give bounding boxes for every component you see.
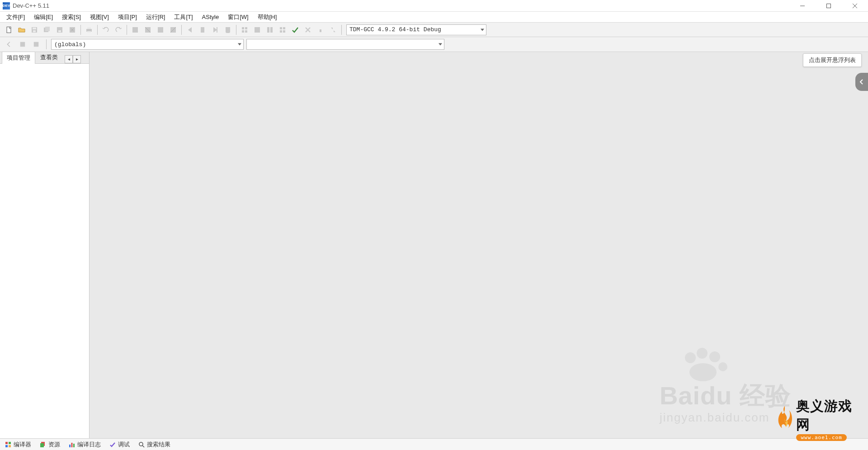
- bookmark-clear-button[interactable]: [222, 24, 234, 36]
- menu-help[interactable]: 帮助[H]: [253, 12, 282, 23]
- rebuild-button[interactable]: [277, 24, 288, 36]
- svg-rect-8: [58, 30, 61, 32]
- menu-tools[interactable]: 工具[T]: [170, 12, 197, 23]
- tab-project-manager[interactable]: 项目管理: [2, 52, 35, 64]
- window-controls: [789, 0, 868, 12]
- editor-area[interactable]: [90, 52, 868, 438]
- check-icon: [109, 441, 116, 448]
- svg-rect-42: [40, 443, 44, 447]
- menu-astyle[interactable]: AStyle: [198, 12, 224, 22]
- status-tab-compiler[interactable]: 编译器: [3, 440, 33, 450]
- site-logo-en: www.aoe1.com: [796, 434, 846, 441]
- svg-rect-38: [9, 442, 11, 444]
- bookmark-prev-button[interactable]: [184, 24, 196, 36]
- members-combo[interactable]: [246, 39, 444, 50]
- bookmark-toggle-button[interactable]: [197, 24, 208, 36]
- toolbar-separator: [80, 25, 81, 35]
- copy-icon: [39, 441, 46, 448]
- nav-new-button[interactable]: [17, 39, 28, 50]
- tab-scroll-left-button[interactable]: ◂: [65, 55, 73, 63]
- menu-project[interactable]: 项目[P]: [113, 12, 142, 23]
- svg-rect-17: [201, 27, 204, 33]
- minimize-button[interactable]: [789, 0, 816, 12]
- bookmark-next-button[interactable]: [209, 24, 221, 36]
- menu-view[interactable]: 视图[V]: [85, 12, 113, 23]
- toolbar-separator: [236, 25, 236, 35]
- debug-button[interactable]: [289, 24, 301, 36]
- status-tab-build-log[interactable]: 编译日志: [66, 440, 103, 450]
- print-button[interactable]: [83, 24, 95, 36]
- menu-run[interactable]: 运行[R]: [142, 12, 170, 23]
- status-tab-resources[interactable]: 资源: [38, 440, 62, 450]
- svg-rect-28: [280, 30, 282, 33]
- svg-rect-26: [280, 27, 282, 29]
- menu-search[interactable]: 搜索[S]: [57, 12, 85, 23]
- svg-rect-6: [45, 27, 50, 31]
- save-all-button[interactable]: [41, 24, 53, 36]
- svg-point-46: [139, 442, 143, 446]
- site-logo: 奥义游戏网 www.aoe1.com: [776, 401, 865, 436]
- svg-rect-30: [20, 42, 25, 47]
- svg-rect-37: [5, 442, 8, 444]
- status-tab-search-results[interactable]: 搜索结果: [136, 440, 172, 450]
- toolbar-separator: [46, 39, 47, 49]
- svg-rect-29: [283, 30, 285, 33]
- menubar: 文件[F] 编辑[E] 搜索[S] 视图[V] 项目[P] 运行[R] 工具[T…: [0, 12, 868, 23]
- status-tab-label: 编译日志: [77, 441, 101, 449]
- undo-button[interactable]: [100, 24, 112, 36]
- nav-back-button[interactable]: [4, 39, 14, 50]
- save-as-button[interactable]: [54, 24, 66, 36]
- compiler-combo[interactable]: TDM-GCC 4.9.2 64-bit Debug: [346, 24, 486, 35]
- scope-combo[interactable]: (globals): [51, 39, 244, 50]
- nav-forward-button[interactable]: [31, 39, 42, 50]
- svg-rect-1: [7, 27, 11, 33]
- goto-line-button[interactable]: [167, 24, 179, 36]
- stop-button[interactable]: [302, 24, 314, 36]
- status-tab-debug[interactable]: 调试: [107, 440, 132, 450]
- panel-tab-nav: ◂ ▸: [65, 55, 81, 63]
- find-button[interactable]: [129, 24, 141, 36]
- svg-rect-44: [71, 443, 72, 447]
- menu-file[interactable]: 文件[F]: [2, 12, 29, 23]
- redo-button[interactable]: [113, 24, 124, 36]
- chevron-down-icon: [439, 43, 442, 46]
- open-file-button[interactable]: [16, 24, 28, 36]
- save-button[interactable]: [28, 24, 40, 36]
- toolbar-navigation: (globals): [0, 37, 868, 52]
- toolbar-separator: [341, 25, 342, 35]
- titlebar: DEV Dev-C++ 5.11: [0, 0, 868, 12]
- svg-rect-11: [87, 27, 91, 29]
- svg-rect-19: [242, 27, 244, 29]
- left-panel: 项目管理 查看类 ◂ ▸: [0, 52, 90, 438]
- replace-button[interactable]: [142, 24, 154, 36]
- close-button[interactable]: [842, 0, 868, 12]
- window-title: Dev-C++ 5.11: [13, 2, 49, 9]
- status-tab-label: 资源: [48, 441, 60, 449]
- new-file-button[interactable]: [3, 24, 15, 36]
- profile-button[interactable]: [315, 24, 326, 36]
- svg-rect-43: [69, 445, 71, 447]
- tab-class-view[interactable]: 查看类: [35, 51, 63, 63]
- floating-hint-popup[interactable]: 点击展开悬浮列表: [803, 53, 862, 67]
- svg-rect-18: [217, 27, 217, 33]
- close-file-button[interactable]: [66, 24, 78, 36]
- menu-edit[interactable]: 编辑[E]: [29, 12, 57, 23]
- tab-scroll-right-button[interactable]: ▸: [73, 55, 81, 63]
- clean-button[interactable]: [327, 24, 339, 36]
- svg-rect-40: [9, 445, 11, 447]
- svg-rect-39: [5, 445, 8, 447]
- run-button[interactable]: [251, 24, 263, 36]
- compiler-combo-value: TDM-GCC 4.9.2 64-bit Debug: [349, 26, 441, 33]
- find-next-button[interactable]: [155, 24, 166, 36]
- maximize-button[interactable]: [816, 0, 842, 12]
- compile-button[interactable]: [239, 24, 250, 36]
- svg-rect-0: [827, 4, 831, 8]
- menu-window[interactable]: 窗口[W]: [223, 12, 253, 23]
- site-logo-cn: 奥义游戏网: [796, 397, 865, 434]
- floating-panel-handle[interactable]: [855, 73, 868, 91]
- toolbar-separator: [181, 25, 182, 35]
- compile-run-button[interactable]: [264, 24, 276, 36]
- flame-icon: [776, 405, 793, 433]
- project-tree[interactable]: [0, 64, 89, 438]
- toolbar-separator: [127, 25, 127, 35]
